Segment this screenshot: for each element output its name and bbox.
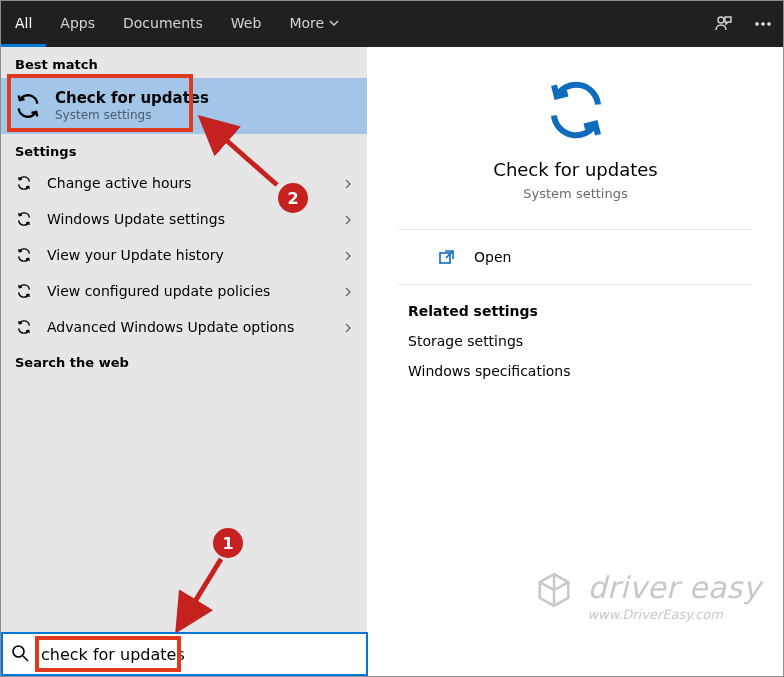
tab-all[interactable]: All: [1, 1, 46, 47]
best-match-title: Check for updates: [55, 89, 209, 108]
sync-icon: [15, 246, 33, 264]
sync-icon: [15, 174, 33, 192]
more-options-icon[interactable]: [743, 1, 783, 47]
settings-row-label: Advanced Windows Update options: [47, 319, 343, 335]
preview-pane: Check for updates System settings Open R…: [368, 47, 783, 634]
svg-point-2: [762, 23, 765, 26]
sync-icon: [15, 282, 33, 300]
best-match-subtitle: System settings: [55, 108, 209, 122]
best-match-result[interactable]: Check for updates System settings: [1, 78, 367, 134]
svg-point-3: [768, 23, 771, 26]
preview-title: Check for updates: [493, 159, 657, 180]
chevron-down-icon: [329, 18, 339, 28]
tab-apps[interactable]: Apps: [46, 1, 109, 47]
chevron-right-icon: [343, 210, 353, 229]
search-tabs: All Apps Documents Web More: [1, 1, 783, 47]
settings-section-label: Settings: [1, 134, 367, 165]
related-settings-label: Related settings: [408, 303, 743, 319]
sync-icon: [13, 91, 43, 121]
chevron-right-icon: [343, 174, 353, 193]
svg-point-5: [13, 646, 24, 657]
search-web-label: Search the web: [1, 345, 367, 376]
svg-point-1: [756, 23, 759, 26]
results-pane: Best match Check for updates System sett…: [1, 47, 368, 634]
best-match-label: Best match: [1, 47, 367, 78]
search-input[interactable]: [41, 645, 358, 664]
search-icon: [11, 644, 31, 664]
settings-row-label: Windows Update settings: [47, 211, 343, 227]
svg-point-0: [718, 17, 724, 23]
sync-icon: [15, 210, 33, 228]
settings-result-row[interactable]: Windows Update settings: [1, 201, 367, 237]
related-link[interactable]: Storage settings: [408, 333, 743, 349]
chevron-right-icon: [343, 282, 353, 301]
search-bar[interactable]: [1, 632, 368, 676]
tab-more[interactable]: More: [275, 1, 353, 47]
svg-line-6: [23, 656, 28, 661]
feedback-icon[interactable]: [703, 1, 743, 47]
preview-open-action[interactable]: Open: [398, 230, 753, 285]
preview-subtitle: System settings: [523, 186, 627, 201]
chevron-right-icon: [343, 246, 353, 265]
settings-row-label: View configured update policies: [47, 283, 343, 299]
tab-documents[interactable]: Documents: [109, 1, 217, 47]
settings-result-row[interactable]: Change active hours: [1, 165, 367, 201]
settings-row-label: Change active hours: [47, 175, 343, 191]
settings-result-row[interactable]: View your Update history: [1, 237, 367, 273]
settings-result-row[interactable]: View configured update policies: [1, 273, 367, 309]
chevron-right-icon: [343, 318, 353, 337]
related-link[interactable]: Windows specifications: [408, 363, 743, 379]
open-label: Open: [474, 249, 511, 265]
tab-web[interactable]: Web: [217, 1, 276, 47]
sync-icon: [15, 318, 33, 336]
sync-large-icon: [543, 77, 609, 143]
open-icon: [438, 248, 456, 266]
settings-result-row[interactable]: Advanced Windows Update options: [1, 309, 367, 345]
settings-row-label: View your Update history: [47, 247, 343, 263]
tab-more-label: More: [289, 15, 324, 31]
